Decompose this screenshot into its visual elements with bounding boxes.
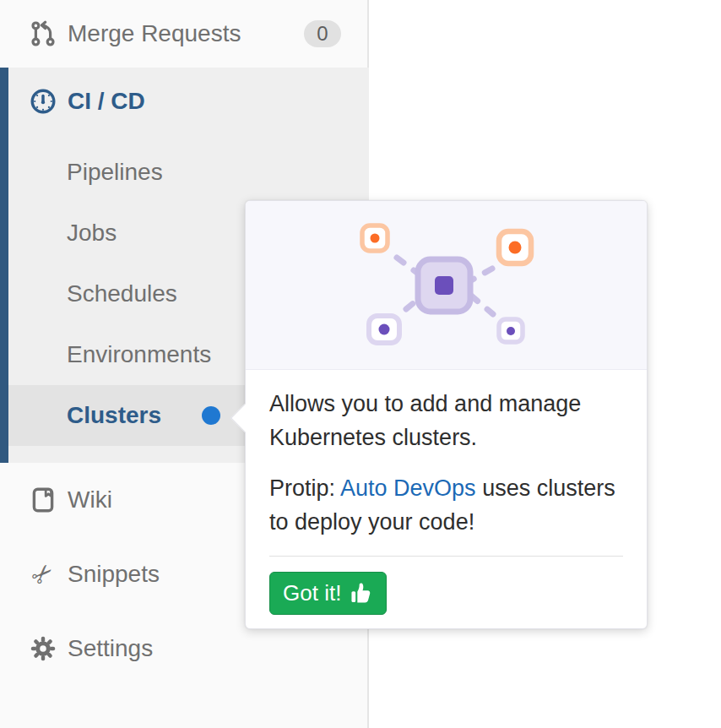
scissors-icon: ✂ [30,561,57,588]
merge-requests-count-badge: 0 [304,20,341,47]
popover-protip: Protip: Auto DevOps uses clusters to dep… [269,471,623,539]
sidebar-item-label: Jobs [67,220,117,247]
sidebar-item-ci-cd[interactable]: CI / CD [8,68,369,135]
sidebar-item-label: CI / CD [68,88,145,115]
got-it-button-label: Got it! [283,580,341,606]
thumbs-up-icon [349,581,373,606]
sidebar-item-label: Snippets [68,561,160,588]
sidebar-item-merge-requests[interactable]: Merge Requests 0 [0,0,367,68]
popover-divider [269,556,623,557]
sidebar-item-pipelines[interactable]: Pipelines [8,142,369,203]
sidebar-item-label: Wiki [68,486,112,513]
sidebar-item-label: Clusters [67,402,161,429]
merge-request-icon [30,20,57,47]
new-feature-dot [202,406,220,425]
protip-prefix: Protip: [269,475,340,501]
sidebar-item-label: Settings [68,635,153,662]
sidebar-item-label: Environments [67,341,211,368]
got-it-button[interactable]: Got it! [269,572,387,615]
popover-illustration [246,201,647,370]
clusters-feature-popover: Allows you to add and manage Kubernetes … [245,200,648,629]
gear-icon [30,635,57,662]
sidebar-item-label: Merge Requests [68,20,241,47]
cluster-diagram-illustration [246,201,647,370]
popover-body: Allows you to add and manage Kubernetes … [246,370,647,615]
popover-description: Allows you to add and manage Kubernetes … [269,387,623,454]
sidebar-item-label: Pipelines [67,159,163,186]
gauge-icon [30,88,57,115]
sidebar-item-label: Schedules [67,280,177,307]
auto-devops-link[interactable]: Auto DevOps [340,475,476,501]
gitlab-project-page: Merge Requests 0 [0,0,721,728]
wiki-book-icon [30,486,57,513]
